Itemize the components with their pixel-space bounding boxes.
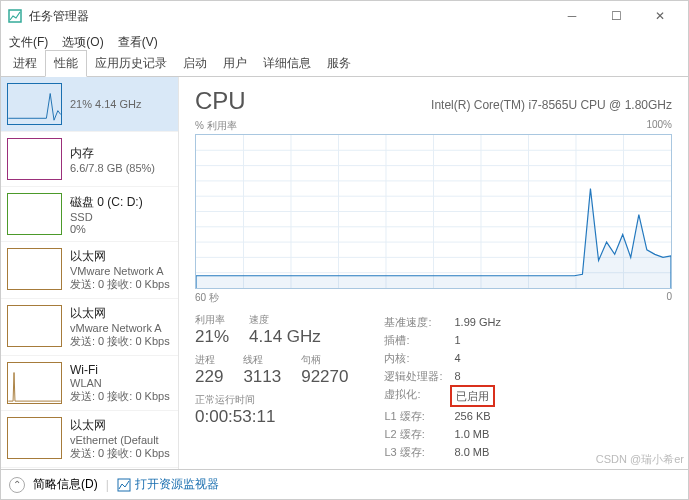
- sidebar-item-ethernet-2[interactable]: 以太网 vMware Network A 发送: 0 接收: 0 Kbps: [1, 299, 178, 356]
- wifi-thumb-icon: [7, 362, 62, 404]
- graph-label-left: % 利用率: [195, 119, 237, 133]
- sidebar-disk-sub: SSD: [70, 211, 143, 223]
- svg-rect-19: [118, 479, 130, 491]
- watermark: CSDN @瑞小希er: [596, 452, 684, 467]
- app-icon: [7, 8, 23, 24]
- cpu-details-table: 基准速度:1.99 GHz 插槽:1 内核:4 逻辑处理器:8 虚拟化:已启用 …: [384, 313, 500, 461]
- sidebar-item-ethernet-4[interactable]: 以太网: [1, 468, 178, 469]
- speed-value: 4.14 GHz: [249, 327, 321, 347]
- sidebar-mem-title: 内存: [70, 145, 155, 162]
- sidebar-wifi-sub2: 发送: 0 接收: 0 Kbps: [70, 389, 170, 404]
- disk-thumb-icon: [7, 193, 62, 235]
- memory-thumb-icon: [7, 138, 62, 180]
- sidebar-eth1-sub: VMware Network A: [70, 265, 170, 277]
- open-resource-monitor-link[interactable]: 打开资源监视器: [117, 476, 219, 493]
- sidebar-item-ethernet-3[interactable]: 以太网 vEthernet (Default 发送: 0 接收: 0 Kbps: [1, 411, 178, 468]
- sidebar-item-ethernet-1[interactable]: 以太网 VMware Network A 发送: 0 接收: 0 Kbps: [1, 242, 178, 299]
- page-title: CPU: [195, 87, 246, 115]
- cpu-model: Intel(R) Core(TM) i7-8565U CPU @ 1.80GHz: [431, 98, 672, 112]
- ethernet-thumb-icon: [7, 248, 62, 290]
- sidebar-mem-sub: 6.6/7.8 GB (85%): [70, 162, 155, 174]
- proc-value: 229: [195, 367, 223, 387]
- maximize-button[interactable]: ☐: [594, 1, 638, 31]
- sidebar-eth2-sub: vMware Network A: [70, 322, 170, 334]
- close-button[interactable]: ✕: [638, 1, 682, 31]
- sidebar-disk-sub2: 0%: [70, 223, 143, 235]
- sidebar-item-disk[interactable]: 磁盘 0 (C: D:) SSD 0%: [1, 187, 178, 242]
- util-label: 利用率: [195, 313, 229, 327]
- tab-startup[interactable]: 启动: [175, 51, 215, 76]
- sidebar-eth3-title: 以太网: [70, 417, 170, 434]
- fewer-details-chevron-icon[interactable]: ⌃: [9, 477, 25, 493]
- tab-performance[interactable]: 性能: [45, 50, 87, 77]
- handle-value: 92270: [301, 367, 348, 387]
- sidebar-eth1-title: 以太网: [70, 248, 170, 265]
- svg-rect-0: [9, 10, 21, 22]
- window-title: 任务管理器: [29, 8, 89, 25]
- ethernet-thumb-icon: [7, 417, 62, 459]
- sidebar[interactable]: CPU 21% 4.14 GHz 内存 6.6/7.8 GB (85%) 磁盘 …: [1, 77, 179, 469]
- resource-monitor-icon: [117, 478, 131, 492]
- cpu-utilization-chart: [195, 134, 672, 289]
- menu-view[interactable]: 查看(V): [118, 34, 158, 51]
- menu-file[interactable]: 文件(F): [9, 34, 48, 51]
- graph-bottom-left: 60 秒: [195, 291, 219, 305]
- thread-value: 3113: [243, 367, 281, 387]
- sidebar-cpu-sub: 21% 4.14 GHz: [70, 98, 142, 110]
- uptime-value: 0:00:53:11: [195, 407, 348, 427]
- sidebar-wifi-sub: WLAN: [70, 377, 170, 389]
- tab-services[interactable]: 服务: [319, 51, 359, 76]
- ethernet-thumb-icon: [7, 305, 62, 347]
- sidebar-eth1-sub2: 发送: 0 接收: 0 Kbps: [70, 277, 170, 292]
- sidebar-disk-title: 磁盘 0 (C: D:): [70, 194, 143, 211]
- sidebar-item-memory[interactable]: 内存 6.6/7.8 GB (85%): [1, 132, 178, 187]
- tab-details[interactable]: 详细信息: [255, 51, 319, 76]
- sidebar-wifi-title: Wi-Fi: [70, 363, 170, 377]
- sidebar-eth2-sub2: 发送: 0 接收: 0 Kbps: [70, 334, 170, 349]
- uptime-label: 正常运行时间: [195, 393, 348, 407]
- graph-label-right: 100%: [646, 119, 672, 133]
- sidebar-eth3-sub: vEthernet (Default: [70, 434, 170, 446]
- sidebar-item-cpu[interactable]: CPU 21% 4.14 GHz: [1, 77, 178, 132]
- fewer-details-label[interactable]: 简略信息(D): [33, 476, 98, 493]
- graph-bottom-right: 0: [666, 291, 672, 305]
- virtualization-status: 已启用: [450, 385, 495, 407]
- sidebar-item-wifi[interactable]: Wi-Fi WLAN 发送: 0 接收: 0 Kbps: [1, 356, 178, 411]
- menu-options[interactable]: 选项(O): [62, 34, 103, 51]
- cpu-thumb-icon: [7, 83, 62, 125]
- minimize-button[interactable]: ─: [550, 1, 594, 31]
- sidebar-eth2-title: 以太网: [70, 305, 170, 322]
- speed-label: 速度: [249, 313, 321, 327]
- thread-label: 线程: [243, 353, 281, 367]
- tab-processes[interactable]: 进程: [5, 51, 45, 76]
- handle-label: 句柄: [301, 353, 348, 367]
- tab-users[interactable]: 用户: [215, 51, 255, 76]
- util-value: 21%: [195, 327, 229, 347]
- sidebar-eth3-sub2: 发送: 0 接收: 0 Kbps: [70, 446, 170, 461]
- proc-label: 进程: [195, 353, 223, 367]
- tab-history[interactable]: 应用历史记录: [87, 51, 175, 76]
